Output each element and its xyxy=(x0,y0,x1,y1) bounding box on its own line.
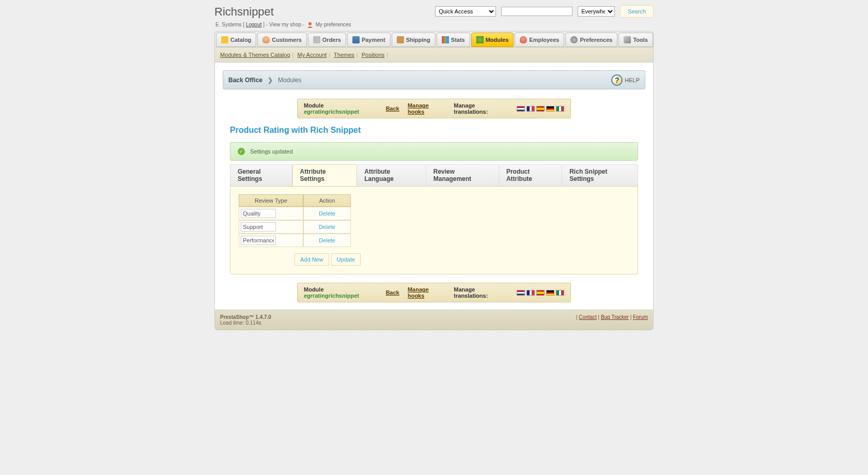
module-bar-top: Module egrratingrichsnippet Back Manage … xyxy=(297,99,571,118)
logout-link[interactable]: Logout xyxy=(246,22,262,27)
footer-forum-link[interactable]: Forum xyxy=(633,314,648,320)
footer-bugtracker-link[interactable]: Bug Tracker xyxy=(601,314,629,320)
flag-fr-icon[interactable] xyxy=(526,290,535,296)
shipping-icon xyxy=(397,36,404,43)
subnav-modules-themes[interactable]: Modules & Themes Catalog xyxy=(220,52,290,58)
search-button[interactable]: Search xyxy=(620,5,654,18)
footer-contact-link[interactable]: Contact xyxy=(579,314,596,320)
user-icon xyxy=(307,22,313,28)
flag-es-icon[interactable] xyxy=(536,290,545,296)
flag-fr-icon[interactable] xyxy=(526,106,535,112)
nav-customers[interactable]: Customers xyxy=(257,33,306,47)
version-text: PrestaShop™ 1.4.7.0 xyxy=(220,314,271,320)
tabs: General Settings Attribute Settings Attr… xyxy=(230,164,638,187)
customers-icon xyxy=(262,36,270,43)
manage-hooks-link[interactable]: Manage hooks xyxy=(408,102,445,115)
employees-icon xyxy=(520,36,527,43)
main-nav: Catalog Customers Orders Payment Shippin… xyxy=(214,31,654,47)
flag-es-icon[interactable] xyxy=(536,106,545,112)
svg-point-0 xyxy=(308,22,312,25)
review-type-input[interactable] xyxy=(241,222,276,232)
quick-access-select[interactable]: Quick Access xyxy=(435,6,496,17)
manage-hooks-link[interactable]: Manage hooks xyxy=(408,286,445,299)
loadtime-text: Load time: 0.114s xyxy=(220,320,271,326)
nav-orders[interactable]: Orders xyxy=(308,33,346,47)
stats-icon xyxy=(442,36,449,43)
nav-payment[interactable]: Payment xyxy=(347,33,391,47)
nav-preferences[interactable]: Preferences xyxy=(565,33,617,47)
user-info-line: E. Systems [ Logout ] - View my shop - M… xyxy=(214,20,654,31)
modules-icon xyxy=(476,36,484,43)
nav-employees[interactable]: Employees xyxy=(515,33,564,47)
delete-link[interactable]: Delete xyxy=(316,237,338,243)
payment-icon xyxy=(352,36,360,43)
flag-it-icon[interactable] xyxy=(556,290,564,296)
nav-catalog[interactable]: Catalog xyxy=(216,33,256,47)
chevron-right-icon: ❯ xyxy=(268,76,273,84)
col-review-type: Review Type xyxy=(239,194,303,207)
success-text: Settings updated xyxy=(250,148,293,155)
site-title: Richsnippet xyxy=(214,5,274,19)
back-link[interactable]: Back xyxy=(386,105,399,112)
nav-tools[interactable]: Tools xyxy=(618,33,653,47)
table-row: Delete xyxy=(239,234,351,247)
sub-nav: Modules & Themes Catalog| My Account| Th… xyxy=(214,47,654,63)
tab-attribute-settings[interactable]: Attribute Settings xyxy=(292,164,358,186)
module-bar-bottom: Module egrratingrichsnippet Back Manage … xyxy=(297,283,571,302)
nav-modules[interactable]: Modules xyxy=(471,33,514,47)
flag-us-icon[interactable] xyxy=(517,290,525,296)
header: Richsnippet Quick Access Everywhere Sear… xyxy=(214,0,654,20)
orders-icon xyxy=(313,36,320,43)
subnav-themes[interactable]: Themes xyxy=(334,52,354,58)
search-input[interactable] xyxy=(501,7,572,16)
footer: PrestaShop™ 1.4.7.0 Load time: 0.114s | … xyxy=(214,310,654,330)
nav-stats[interactable]: Stats xyxy=(437,33,470,47)
help-icon: ? xyxy=(611,74,623,86)
tab-product-attribute[interactable]: Product Attribute xyxy=(499,164,562,186)
breadcrumb: Back Office ❯ Modules ? HELP xyxy=(223,70,645,89)
flag-us-icon[interactable] xyxy=(517,106,525,112)
module-name: egrratingrichsnippet xyxy=(304,109,359,115)
review-type-input[interactable] xyxy=(241,236,276,245)
flag-de-icon[interactable] xyxy=(546,106,554,112)
table-row: Delete xyxy=(239,220,351,234)
back-link[interactable]: Back xyxy=(386,289,399,296)
update-button[interactable]: Update xyxy=(331,253,361,266)
tab-review-management[interactable]: Review Management xyxy=(426,164,499,186)
subnav-my-account[interactable]: My Account xyxy=(297,52,327,58)
manage-translations-label: Manage translations: xyxy=(454,102,508,115)
tab-attribute-language[interactable]: Attribute Language xyxy=(357,164,426,186)
tools-icon xyxy=(624,36,631,43)
review-type-input[interactable] xyxy=(241,209,276,218)
tab-rich-snippet-settings[interactable]: Rich Snippet Settings xyxy=(562,164,638,186)
preferences-icon xyxy=(570,36,578,43)
add-new-button[interactable]: Add New xyxy=(295,253,329,266)
breadcrumb-current: Modules xyxy=(278,76,301,84)
subnav-positions[interactable]: Positions xyxy=(362,52,385,58)
table-row: Delete xyxy=(239,207,351,220)
tab-panel-attribute-settings: Review Type Action Delete Delete Delete … xyxy=(230,186,638,274)
delete-link[interactable]: Delete xyxy=(316,224,338,230)
delete-link[interactable]: Delete xyxy=(316,210,338,217)
nav-shipping[interactable]: Shipping xyxy=(392,33,436,47)
folder-icon xyxy=(221,36,228,43)
attribute-table: Review Type Action Delete Delete Delete xyxy=(239,194,351,247)
search-scope-select[interactable]: Everywhere xyxy=(578,6,615,17)
col-action: Action xyxy=(303,194,351,207)
flag-de-icon[interactable] xyxy=(546,290,554,296)
help-button[interactable]: ? HELP xyxy=(611,74,640,86)
success-message: ✓ Settings updated xyxy=(230,142,638,161)
check-icon: ✓ xyxy=(238,148,245,155)
my-preferences-link[interactable]: My preferences xyxy=(316,22,351,27)
page-title: Product Rating with Rich Snippet xyxy=(230,126,645,135)
breadcrumb-root[interactable]: Back Office xyxy=(228,76,262,84)
flag-it-icon[interactable] xyxy=(556,106,564,112)
tab-general-settings[interactable]: General Settings xyxy=(230,164,292,186)
